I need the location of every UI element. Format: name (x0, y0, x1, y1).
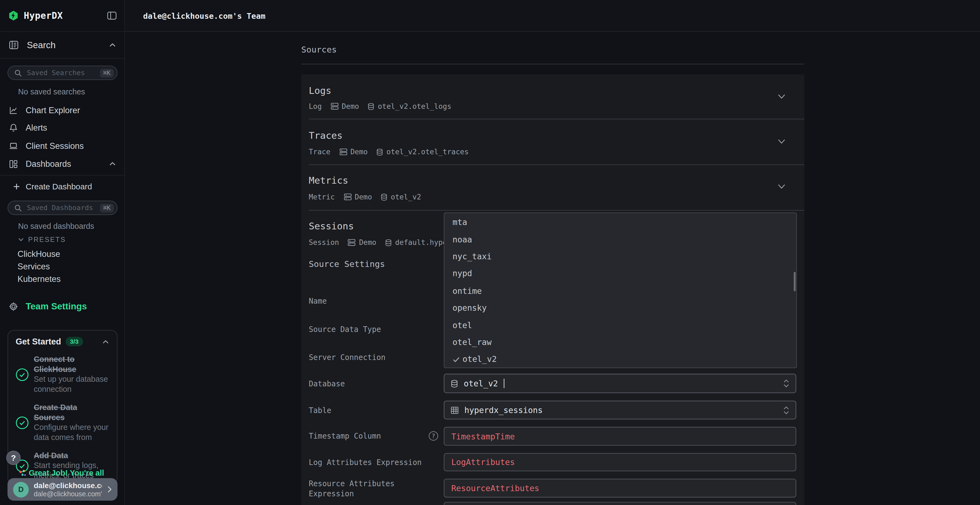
saved-dashboards-input[interactable] (25, 203, 96, 213)
logo-row: HyperDX (0, 0, 125, 32)
saved-searches-shortcut: ⌘K (100, 68, 114, 77)
resource-attributes-label-line2: Expression (309, 489, 354, 498)
topbar: dale@clickhouse.com's Team (125, 0, 980, 32)
create-dashboard-button[interactable]: Create Dashboard (0, 178, 125, 195)
table-icon (450, 406, 459, 414)
get-started-step-sources[interactable]: Create Data Sources Configure where your… (16, 402, 109, 442)
source-heading-sessions: Sessions (309, 221, 354, 232)
source-type: Trace (309, 148, 330, 156)
source-table: otel_v2.otel_traces (387, 148, 469, 156)
dropdown-option-otel_raw[interactable]: otel_raw (444, 333, 796, 351)
log-attributes-input[interactable]: LogAttributes (444, 453, 796, 471)
gear-icon (9, 302, 18, 311)
get-started-progress-badge: 3/3 (65, 337, 83, 346)
table-select[interactable]: hyperdx_sessions (444, 400, 796, 419)
sidebar-item-dashboards[interactable]: Dashboards (0, 155, 125, 173)
help-button[interactable]: ? (6, 451, 21, 465)
laptop-icon (9, 141, 18, 150)
no-saved-dashboards-text: No saved dashboards (18, 222, 94, 230)
step-title: Connect to ClickHouse (34, 354, 110, 375)
hyperdx-logo-icon[interactable] (8, 10, 19, 21)
resource-attributes-input[interactable]: ResourceAttributes (444, 479, 796, 498)
database-icon (450, 379, 458, 388)
source-connection: Demo (350, 148, 368, 156)
page-title: Sources (301, 44, 337, 54)
server-icon (339, 148, 347, 156)
table-label: Table (309, 406, 331, 415)
database-value: otel_v2 (464, 379, 498, 388)
team-settings-label: Team Settings (25, 301, 87, 311)
saved-dashboards-shortcut: ⌘K (100, 203, 114, 212)
sidebar-item-services[interactable]: Services (18, 260, 117, 273)
resource-attributes-label-line1: Resource Attributes (309, 480, 395, 488)
user-menu[interactable]: D dale@clickhouse.com dale@clickhouse.co… (8, 478, 118, 501)
dashboards-icon (9, 159, 18, 168)
dropdown-option-nypd[interactable]: nypd (444, 265, 796, 282)
table-value: hyperdx_sessions (465, 405, 543, 414)
select-updown-icon (783, 405, 789, 414)
database-icon (385, 238, 392, 246)
step-desc: Configure where your data comes from (34, 422, 110, 443)
chevron-down-icon[interactable] (778, 184, 786, 189)
source-connection: Demo (342, 102, 359, 110)
get-started-header[interactable]: Get Started 3/3 (16, 337, 109, 346)
database-select[interactable]: otel_v2 (444, 374, 796, 393)
saved-dashboards-box[interactable]: ⌘K (8, 200, 118, 215)
source-heading-metrics: Metrics (309, 175, 348, 186)
dropdown-option-opensky[interactable]: opensky (444, 299, 796, 316)
source-connection: Demo (355, 192, 372, 201)
app-title[interactable]: HyperDX (24, 11, 63, 21)
section-divider (309, 164, 804, 165)
database-icon (381, 193, 388, 201)
sidebar-item-label: Client Sessions (25, 141, 84, 150)
chevron-up-icon (102, 339, 110, 344)
chevron-up-icon (109, 43, 116, 48)
create-dashboard-label: Create Dashboard (25, 181, 92, 191)
chevron-down-icon[interactable] (778, 94, 786, 100)
sidebar-item-label: Dashboards (25, 159, 71, 168)
sidebar-item-alerts[interactable]: Alerts (0, 119, 125, 136)
hyperdx-app: HyperDX Search ⌘K No saved searches (0, 0, 980, 505)
user-team: dale@clickhouse.com's (34, 490, 102, 497)
dropdown-option-ontime[interactable]: ontime (444, 282, 796, 299)
presets-label: PRESETS (28, 236, 66, 243)
dropdown-option-nyc_taxi[interactable]: nyc_taxi (444, 248, 796, 265)
database-dropdown: mta noaa nyc_taxi nypd ontime opensky ot… (444, 213, 797, 368)
database-label: Database (309, 379, 345, 388)
timestamp-column-input[interactable]: TimestampTime (444, 427, 796, 446)
saved-searches-input[interactable] (25, 68, 96, 77)
saved-searches-box[interactable]: ⌘K (8, 65, 118, 80)
chevron-up-icon (109, 161, 116, 166)
source-meta-traces: Trace Demo otel_v2.otel_traces (309, 148, 468, 156)
chevron-down-icon[interactable] (778, 139, 786, 145)
sidebar-collapse-icon[interactable] (107, 11, 117, 21)
dropdown-option-otel[interactable]: otel (444, 316, 796, 333)
help-circle-icon[interactable]: ? (429, 431, 438, 440)
sidebar: HyperDX Search ⌘K No saved searches (0, 0, 125, 505)
team-settings-link[interactable]: Team Settings (0, 297, 125, 315)
name-label: Name (309, 297, 327, 306)
source-heading-logs: Logs (309, 85, 331, 96)
source-table: otel_v2 (391, 192, 421, 201)
dropdown-option-mta[interactable]: mta (444, 214, 796, 231)
get-started-step-connect[interactable]: Connect to ClickHouse Set up your databa… (16, 354, 109, 394)
avatar: D (13, 481, 29, 497)
sidebar-item-client-sessions[interactable]: Client Sessions (0, 137, 125, 154)
sidebar-section-search[interactable]: Search (0, 32, 125, 59)
source-type: Metric (309, 192, 334, 201)
database-icon (368, 102, 375, 110)
server-icon (348, 239, 356, 246)
dropdown-option-noaa[interactable]: noaa (444, 231, 796, 248)
sidebar-item-kubernetes[interactable]: Kubernetes (18, 272, 117, 285)
timestamp-column-value: TimestampTime (451, 432, 515, 441)
timestamp-column-label: Timestamp Column (309, 432, 381, 440)
presets-toggle[interactable]: PRESETS (18, 236, 66, 243)
sidebar-item-clickhouse[interactable]: ClickHouse (18, 248, 117, 260)
sidebar-item-chart-explorer[interactable]: Chart Explorer (0, 101, 125, 119)
sidebar-divider (0, 175, 125, 176)
next-input-partial[interactable] (444, 502, 796, 505)
magnifier-icon (14, 69, 22, 77)
dropdown-scrollbar-thumb[interactable] (794, 272, 796, 291)
user-email: dale@clickhouse.com (34, 481, 102, 489)
dropdown-option-otel_v2-selected[interactable]: otel_v2 (444, 351, 796, 368)
